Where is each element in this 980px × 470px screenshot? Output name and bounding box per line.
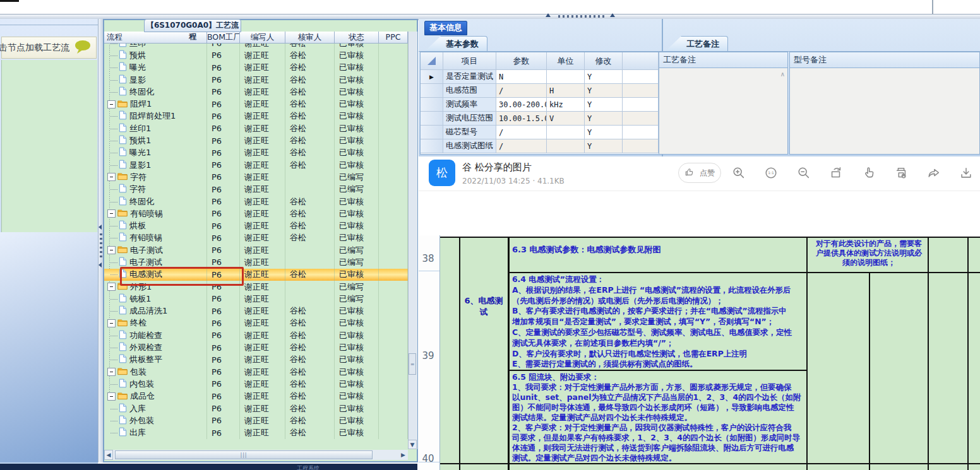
collapse-icon[interactable] (107, 283, 116, 291)
cell-item[interactable]: 电感范围 (443, 84, 496, 98)
process-remark-textarea[interactable]: ∧ (659, 68, 788, 155)
tree-row-烘板整平[interactable]: 烘板整平P6谢正旺谷松已审核 (104, 354, 408, 366)
tree-row-有铅喷锡[interactable]: 有铅喷锡P6谢正旺谷松已审核 (104, 208, 408, 220)
cell-unit[interactable]: kHz (547, 98, 585, 112)
tree-row-成品清洗1[interactable]: 成品清洗1P6谢正旺谷松已审核 (104, 305, 408, 317)
tree-node[interactable]: 铣板1 (104, 293, 207, 305)
cell-modify[interactable]: Y (585, 139, 623, 153)
zoom-out-icon[interactable] (796, 165, 811, 180)
param-row-header[interactable]: ▶ (421, 70, 443, 84)
cell-value[interactable]: / (496, 139, 547, 153)
tree-node[interactable]: 丝印1 (104, 122, 207, 134)
splitter-grip[interactable] (558, 15, 606, 18)
param-column-1[interactable]: 参数 (496, 52, 547, 70)
cell-modify[interactable]: Y (585, 84, 623, 98)
collapse-icon[interactable] (107, 246, 116, 254)
cell-modify[interactable]: Y (585, 98, 623, 112)
tree-column-5[interactable]: PPC (379, 32, 408, 44)
collapse-icon[interactable] (107, 100, 116, 109)
tree-node[interactable]: 电子测试 (104, 244, 207, 256)
tree-node[interactable]: 阻焊前处理1 (104, 110, 207, 122)
tree-row-阻焊前处理1[interactable]: 阻焊前处理1P6谢正旺谷松已审核 (104, 110, 408, 122)
one-to-one-icon[interactable]: 1:1 (763, 165, 779, 180)
param-row[interactable]: 磁芯型号/Y (421, 126, 659, 139)
param-column-3[interactable]: 修改 (585, 52, 623, 70)
cell-item[interactable]: 磁芯型号 (443, 126, 496, 139)
tree-node[interactable]: 有铅喷锡 (104, 232, 207, 244)
tree-row-字符[interactable]: 字符P6谢正旺已编写 (104, 171, 408, 183)
cell-item[interactable]: 是否定量测试 (443, 70, 496, 84)
cell-value[interactable]: / (496, 84, 547, 98)
splitter-arrow-right[interactable] (610, 13, 615, 17)
rotate-icon[interactable] (828, 165, 844, 180)
tree-horizontal-scroll-thumb[interactable]: ||| (115, 450, 373, 459)
tree-row-出库[interactable]: 出库P6谢正旺谷松已审核 (104, 427, 408, 439)
tree-row-烘板[interactable]: 烘板P6谢正旺谷松已审核 (104, 220, 408, 232)
tree-scroll-down-button[interactable]: ▼ (408, 440, 417, 449)
tree-node[interactable]: 功能检查 (104, 329, 207, 341)
cell-value[interactable]: / (496, 126, 547, 139)
splitter-arrow-left[interactable] (546, 13, 551, 17)
tree-row-功能检查[interactable]: 功能检查P6谢正旺谷松已审核 (104, 329, 408, 341)
param-row[interactable]: 电感范围/HY (421, 84, 659, 98)
tree-row-有铅喷锡[interactable]: 有铅喷锡P6谢正旺谷松已审核 (104, 232, 408, 244)
param-row-header[interactable] (421, 139, 443, 153)
share-icon[interactable] (926, 165, 941, 180)
model-remark-textarea[interactable] (789, 68, 980, 155)
tree-node[interactable]: 成品仓 (104, 391, 207, 402)
tree-node[interactable]: 阻焊1 (104, 98, 207, 110)
tree-row-显影1[interactable]: 显影1P6谢正旺谷松已审核 (104, 159, 408, 171)
tree-vertical-scroll-thumb[interactable]: ≡ (409, 353, 416, 375)
tree-node[interactable]: 曝光1 (104, 147, 207, 159)
collapse-icon[interactable] (107, 319, 116, 327)
tree-row-外包装[interactable]: 外包装P6谢正旺谷松已审核 (104, 414, 408, 426)
param-row-header[interactable] (421, 112, 443, 126)
vsplitter-grip[interactable] (100, 233, 102, 260)
zoom-in-icon[interactable] (731, 165, 746, 180)
tree-row-入库[interactable]: 入库P6谢正旺谷松已审核 (104, 402, 408, 414)
tree-row-外观检查[interactable]: 外观检查P6谢正旺谷松已审核 (104, 341, 408, 353)
tree-node[interactable]: 字符 (104, 171, 207, 183)
tree-row-终固化[interactable]: 终固化P6谢正旺谷松已审核 (104, 196, 408, 208)
tree-column-header[interactable]: 流程BOM工厂编写人核审人状态PPC (104, 32, 408, 44)
param-row[interactable]: ▶是否定量测试NY (421, 70, 659, 84)
param-column-0[interactable]: 项目 (443, 52, 496, 70)
collapse-icon[interactable] (107, 368, 116, 376)
tree-node[interactable]: 出库 (104, 427, 207, 439)
cell-item[interactable]: 测试电压范围 (443, 112, 496, 126)
cell-modify[interactable]: Y (585, 112, 623, 126)
tree-node[interactable]: 外包装 (104, 414, 207, 426)
tree-row-丝印1[interactable]: 丝印1P6谢正旺谷松已审核 (104, 122, 408, 134)
tab-basic-info[interactable]: 基本信息 (424, 21, 467, 35)
remark-scroll-caret[interactable]: ∧ (780, 71, 785, 78)
tree-row-预烘[interactable]: 预烘P6谢正旺谷松已审核 (104, 49, 408, 61)
tree-node[interactable]: 烘板 (104, 220, 207, 232)
tree-node[interactable]: 预烘 (104, 49, 207, 61)
param-row[interactable]: 测试电压范围10.00-1.5.00VY (421, 112, 659, 126)
tree-row-字符[interactable]: 字符P6谢正旺已编写 (104, 184, 408, 196)
param-row-header[interactable] (421, 126, 443, 139)
tree-column-1[interactable]: BOM工厂 (207, 32, 240, 44)
cell-value[interactable]: N (496, 70, 547, 84)
tree-row-曝光1[interactable]: 曝光1P6谢正旺谷松已审核 (104, 147, 408, 159)
tree-scroll-right-button[interactable]: ▶ (398, 450, 408, 460)
tree-node[interactable]: 入库 (104, 402, 207, 414)
param-row-header[interactable] (421, 98, 443, 112)
param-row[interactable]: 测试频率30.00-200.00kHzY (421, 98, 659, 112)
download-icon[interactable] (959, 165, 974, 180)
basic-params-grid[interactable]: 项目参数单位修改▶是否定量测试NY电感范围/HY测试频率30.00-200.00… (420, 52, 660, 155)
tree-node[interactable]: 外观检查 (104, 341, 207, 353)
param-row-header[interactable] (421, 84, 443, 98)
tree-row-内包装[interactable]: 内包装P6谢正旺谷松已审核 (104, 378, 408, 390)
tree-node[interactable]: 有铅喷锡 (104, 208, 207, 220)
cell-modify[interactable]: Y (585, 126, 623, 139)
collapse-icon[interactable] (107, 173, 116, 181)
tree-node[interactable]: 丝印 (104, 44, 207, 49)
collapse-icon[interactable] (107, 392, 116, 401)
tree-row-铣板1[interactable]: 铣板1P6谢正旺已编写 (104, 293, 408, 305)
grid-corner-cell[interactable] (421, 52, 443, 70)
tree-row-阻焊1[interactable]: 阻焊1P6谢正旺谷松已审核 (104, 98, 408, 110)
tree-scroll-left-button[interactable]: ◀ (104, 450, 113, 460)
like-button[interactable]: 点赞 (678, 163, 721, 183)
tree-vertical-scrollbar[interactable] (408, 32, 417, 449)
